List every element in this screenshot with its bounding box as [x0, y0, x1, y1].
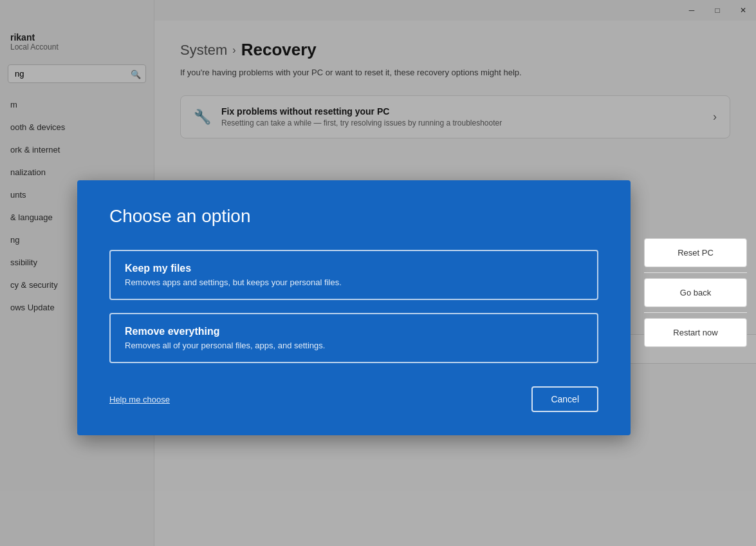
- reset-pc-button[interactable]: Reset PC: [644, 238, 747, 267]
- restart-now-button[interactable]: Restart now: [644, 318, 747, 347]
- modal-title: Choose an option: [109, 206, 598, 227]
- remove-everything-option[interactable]: Remove everything Removes all of your pe…: [109, 313, 598, 363]
- action-buttons-panel: Reset PC Go back Restart now: [644, 238, 747, 347]
- keep-files-desc: Removes apps and settings, but keeps you…: [125, 278, 583, 287]
- keep-files-option[interactable]: Keep my files Removes apps and settings,…: [109, 250, 598, 300]
- remove-everything-desc: Removes all of your personal files, apps…: [125, 341, 583, 350]
- help-me-choose-link[interactable]: Help me choose: [109, 395, 170, 404]
- remove-everything-title: Remove everything: [125, 326, 583, 337]
- divider: [644, 272, 747, 273]
- go-back-button[interactable]: Go back: [644, 278, 747, 307]
- modal-overlay: Choose an option Keep my files Removes a…: [0, 0, 756, 546]
- divider-2: [644, 312, 747, 313]
- cancel-button[interactable]: Cancel: [531, 386, 598, 412]
- choose-option-modal: Choose an option Keep my files Removes a…: [77, 180, 631, 435]
- keep-files-title: Keep my files: [125, 263, 583, 274]
- modal-footer: Help me choose Cancel: [109, 386, 598, 412]
